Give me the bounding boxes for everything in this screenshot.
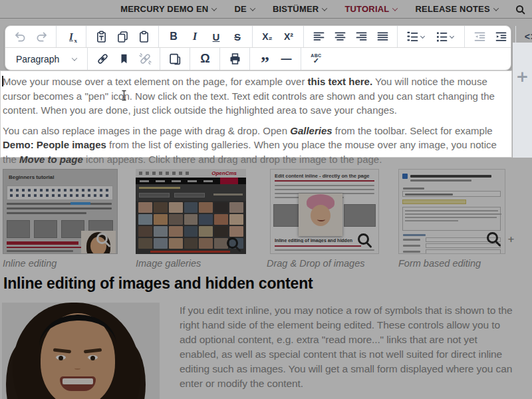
blockquote-button[interactable]: ” <box>254 49 275 69</box>
zoom-icon[interactable] <box>358 233 369 245</box>
copy-content-button[interactable] <box>164 49 186 69</box>
special-character-button[interactable]: Ω <box>194 49 215 69</box>
justify-button[interactable] <box>372 27 393 47</box>
chevron-down-icon <box>420 33 425 38</box>
paste-button[interactable] <box>133 27 154 47</box>
bullet-list-button[interactable] <box>431 27 460 47</box>
gallery-thumb-drag-drop[interactable]: Edit content inline - directly on the pa… <box>270 169 379 269</box>
copy-button[interactable] <box>112 27 133 47</box>
top-navbar: MERCURY DEMO EN DE BISTÜMER TUTORIAL REL… <box>0 0 532 19</box>
add-content-button[interactable]: + <box>516 69 529 158</box>
unlink-button[interactable] <box>134 49 156 69</box>
editor-toolbar: Ix B I U S X₂ <box>5 25 511 70</box>
chevron-down-icon <box>322 5 327 11</box>
mouse-text-cursor <box>120 90 128 105</box>
text-caret <box>2 76 3 86</box>
underline-button[interactable]: U <box>205 27 227 47</box>
checkbox-icon <box>402 174 408 179</box>
align-right-button[interactable] <box>350 27 372 47</box>
edit-points-strip: + <box>513 43 532 158</box>
zoom-icon[interactable] <box>487 232 498 243</box>
horizontal-rule-button[interactable]: — <box>275 49 297 69</box>
inline-edit-area[interactable]: Move your mouse over a text element on t… <box>0 70 512 158</box>
chevron-down-icon <box>450 33 454 38</box>
gallery-thumb-inline-editing[interactable]: Beginners tutorial Inline editing <box>3 169 118 269</box>
editor-paragraph[interactable]: Move your mouse over a text element on t… <box>3 74 503 118</box>
gallery-caption: Inline editing <box>3 258 118 269</box>
gallery-caption: Form based editing <box>398 258 505 269</box>
gallery-caption: Drag & Drop of images <box>267 258 379 269</box>
zoom-icon[interactable] <box>227 237 238 249</box>
body-paragraph: If you edit text inline, you may notice … <box>180 303 517 391</box>
thumbnail-form-editing[interactable] <box>398 169 505 254</box>
subscript-button[interactable]: X₂ <box>257 27 278 47</box>
zoom-icon[interactable] <box>96 233 108 244</box>
opencms-logo: OpenCms <box>211 170 237 176</box>
undo-button[interactable] <box>9 27 31 47</box>
nav-item-release-notes[interactable]: RELEASE NOTES <box>415 4 497 14</box>
editor-paragraph[interactable]: You can also replace images in the page … <box>3 124 503 167</box>
section-heading: Inline editing of images and hidden cont… <box>3 275 313 293</box>
gallery-thumb-form-editing[interactable]: + Form based editing <box>398 169 505 269</box>
numbered-list-button[interactable] <box>402 27 431 47</box>
pink-hat-photo <box>299 194 342 236</box>
tutorial-gallery: Beginners tutorial Inline editing Op <box>0 169 532 269</box>
format-select[interactable]: Paragraph <box>9 54 83 65</box>
search-icon[interactable] <box>516 5 523 13</box>
align-left-button[interactable] <box>308 27 329 47</box>
chevron-down-icon <box>392 5 398 11</box>
chevron-down-icon <box>72 55 77 61</box>
chevron-down-icon <box>493 5 499 11</box>
redo-button[interactable] <box>31 27 52 47</box>
spellcheck-button[interactable]: ABC✓ <box>305 49 327 69</box>
gallery-thumb-image-galleries[interactable]: OpenCms Image galleries <box>136 169 246 269</box>
indent-button[interactable] <box>490 27 511 47</box>
page: MERCURY DEMO EN DE BISTÜMER TUTORIAL REL… <box>0 0 532 399</box>
nav-item-mercury-demo-en[interactable]: MERCURY DEMO EN <box>120 4 216 14</box>
thumbnail-image-galleries[interactable]: OpenCms <box>136 169 246 254</box>
anchor-bookmark-button[interactable] <box>113 49 134 69</box>
chevron-down-icon <box>250 5 255 11</box>
thumbnail-drag-drop[interactable]: Edit content inline - directly on the pa… <box>270 169 379 254</box>
insert-link-button[interactable] <box>92 49 113 69</box>
section-body: If you edit text inline, you may notice … <box>180 303 517 399</box>
edit-point-plus-icon: + <box>507 234 515 244</box>
italic-button[interactable]: I <box>184 27 205 47</box>
align-center-button[interactable] <box>329 27 350 47</box>
nav-item-tutorial[interactable]: TUTORIAL <box>344 4 397 14</box>
thumbnail-inline-editing[interactable]: Beginners tutorial <box>3 169 118 254</box>
nav-item-de[interactable]: DE <box>234 4 254 14</box>
print-button[interactable] <box>224 49 245 69</box>
portrait-image <box>2 303 160 399</box>
superscript-button[interactable]: X² <box>278 27 299 47</box>
gallery-caption: Image galleries <box>136 258 246 269</box>
outdent-button[interactable] <box>469 27 490 47</box>
chevron-down-icon <box>211 5 217 11</box>
paste-as-text-button[interactable] <box>90 27 112 47</box>
nav-item-bistuemer[interactable]: BISTÜMER <box>273 4 327 14</box>
strikethrough-button[interactable]: S <box>227 27 248 47</box>
bold-button[interactable]: B <box>163 27 184 47</box>
remove-format-button[interactable]: Ix <box>61 27 82 47</box>
